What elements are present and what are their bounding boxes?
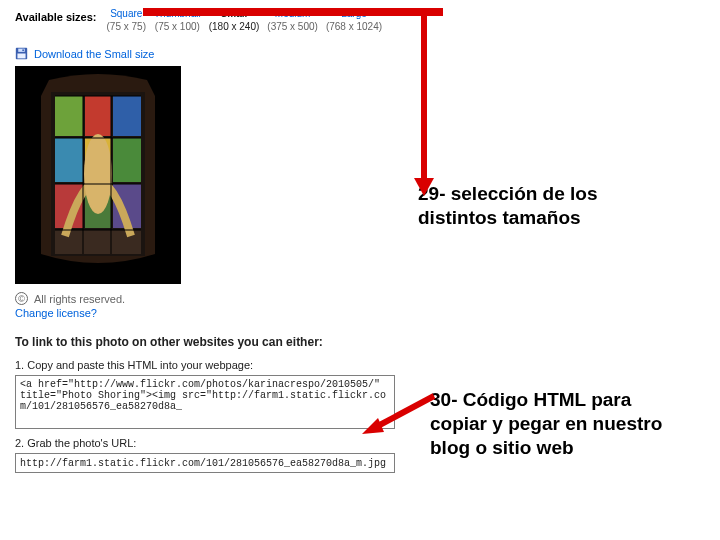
download-link[interactable]: Download the Small size bbox=[34, 48, 154, 60]
svg-rect-10 bbox=[55, 96, 83, 136]
link-section-title: To link to this photo on other websites … bbox=[15, 335, 415, 349]
size-square[interactable]: Square (75 x 75) bbox=[107, 8, 146, 33]
svg-point-20 bbox=[84, 134, 112, 214]
flickr-sizes-panel: Available sizes: Square (75 x 75) Thumbn… bbox=[15, 8, 415, 473]
svg-marker-1 bbox=[414, 178, 434, 196]
download-row: Download the Small size bbox=[15, 47, 415, 60]
svg-marker-3 bbox=[362, 418, 384, 434]
photo-thumbnail[interactable] bbox=[15, 66, 181, 284]
available-sizes-label: Available sizes: bbox=[15, 8, 97, 23]
step-1-label: 1. Copy and paste this HTML into your we… bbox=[15, 359, 415, 371]
svg-line-2 bbox=[374, 396, 434, 428]
floppy-disk-icon bbox=[15, 47, 28, 60]
rights-text: All rights reserved. bbox=[34, 293, 125, 305]
link-section: To link to this photo on other websites … bbox=[15, 335, 415, 473]
svg-rect-13 bbox=[55, 138, 83, 182]
svg-rect-7 bbox=[22, 49, 24, 51]
html-embed-code[interactable] bbox=[15, 375, 395, 429]
annotation-arrow-horizontal bbox=[143, 8, 443, 16]
change-license-link[interactable]: Change license? bbox=[15, 307, 97, 319]
callout-30: 30- Código HTML para copiar y pegar en n… bbox=[430, 388, 690, 459]
svg-rect-6 bbox=[17, 54, 25, 59]
svg-rect-15 bbox=[113, 138, 141, 182]
copyright-icon: © bbox=[15, 292, 28, 305]
svg-rect-11 bbox=[85, 96, 111, 136]
svg-rect-12 bbox=[113, 96, 141, 136]
rights-row: © All rights reserved. bbox=[15, 292, 415, 305]
photo-url-field[interactable] bbox=[15, 453, 395, 473]
step-2-label: 2. Grab the photo's URL: bbox=[15, 437, 415, 449]
